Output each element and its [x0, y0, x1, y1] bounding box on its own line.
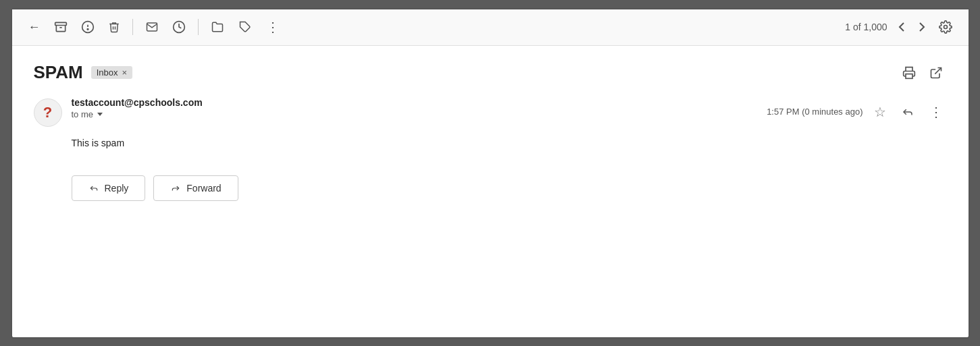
email-timestamp: 1:57 PM (0 minutes ago): [767, 107, 862, 117]
divider-1: [132, 19, 133, 35]
forward-button[interactable]: Forward: [153, 175, 238, 201]
reply-button-label: Reply: [105, 183, 129, 194]
mark-unread-button[interactable]: [140, 17, 164, 37]
svg-rect-0: [55, 22, 66, 25]
settings-button[interactable]: [933, 16, 958, 38]
subject-row: SPAM Inbox ×: [34, 62, 947, 84]
sender-info: testaccount@cpschools.com to me: [72, 97, 758, 119]
inbox-tag-close[interactable]: ×: [122, 67, 128, 78]
svg-line-8: [935, 67, 941, 74]
to-chevron-icon[interactable]: [97, 113, 103, 116]
prev-email-button[interactable]: [893, 18, 910, 36]
back-button[interactable]: ←: [23, 16, 46, 38]
archive-button[interactable]: [49, 16, 73, 38]
more-email-actions-button[interactable]: ⋮: [925, 100, 947, 124]
pagination-text: 1 of 1,000: [845, 22, 887, 32]
open-external-button[interactable]: [925, 62, 947, 84]
reply-header-button[interactable]: [897, 102, 919, 122]
pagination: 1 of 1,000: [845, 18, 930, 36]
reply-button[interactable]: Reply: [72, 175, 146, 201]
svg-rect-7: [906, 74, 912, 78]
inbox-tag: Inbox ×: [91, 66, 132, 79]
svg-point-3: [87, 29, 88, 30]
inbox-tag-label: Inbox: [97, 67, 118, 78]
delete-button[interactable]: [103, 16, 126, 38]
avatar-question-mark: ?: [43, 104, 52, 121]
toolbar: ← ⋮ 1 of 1,000: [12, 9, 969, 46]
sender-avatar: ?: [34, 98, 62, 127]
forward-button-label: Forward: [186, 183, 221, 194]
subject-left: SPAM Inbox ×: [34, 62, 133, 83]
more-email-icon: ⋮: [929, 104, 943, 120]
more-actions-button[interactable]: ⋮: [261, 16, 285, 38]
next-email-button[interactable]: [913, 18, 931, 36]
sender-email: testaccount@cpschools.com: [72, 97, 758, 108]
action-buttons-row: Reply Forward: [34, 175, 947, 201]
snooze-button[interactable]: [167, 16, 191, 38]
svg-point-6: [944, 26, 947, 29]
to-label: to me: [72, 109, 94, 119]
email-window: ← ⋮ 1 of 1,000: [11, 8, 970, 339]
email-body-text: This is spam: [72, 138, 125, 148]
star-icon: ☆: [874, 104, 886, 120]
move-to-button[interactable]: [205, 17, 230, 37]
email-body: This is spam: [34, 138, 947, 148]
label-button[interactable]: [232, 17, 258, 37]
report-spam-button[interactable]: [76, 16, 100, 38]
sender-to: to me: [72, 109, 758, 119]
sender-row: ? testaccount@cpschools.com to me 1:57 P…: [34, 97, 947, 127]
subject-actions: [898, 62, 947, 84]
email-content-area: SPAM Inbox × ? testaccount@cps: [12, 46, 969, 337]
star-button[interactable]: ☆: [870, 100, 890, 124]
sender-meta-right: 1:57 PM (0 minutes ago) ☆ ⋮: [767, 100, 946, 124]
divider-2: [198, 19, 199, 35]
email-subject: SPAM: [34, 62, 83, 83]
print-button[interactable]: [898, 62, 920, 84]
